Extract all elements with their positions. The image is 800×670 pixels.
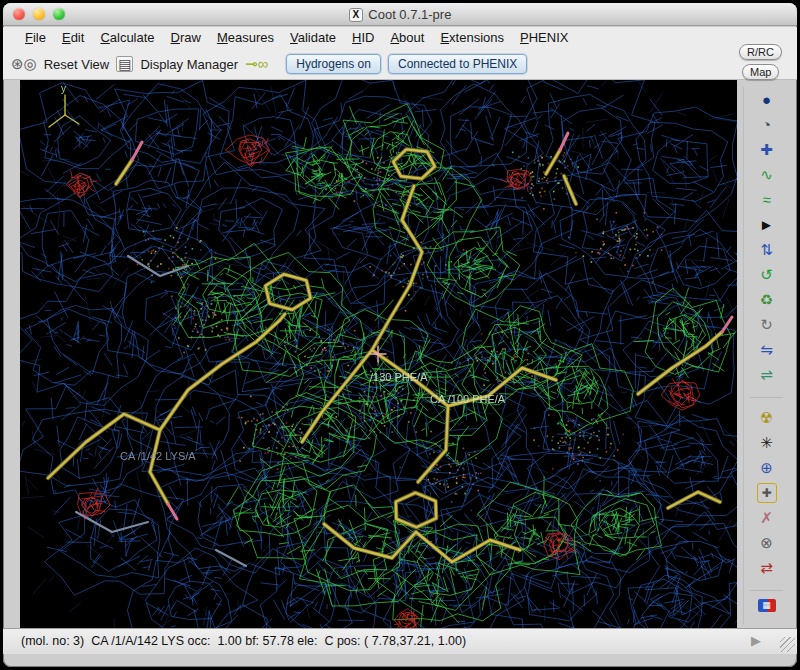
edit-chi-angles-icon[interactable]: ↻ — [755, 313, 779, 337]
menu-extensions[interactable]: Extensions — [432, 27, 512, 45]
clear-atom-icon[interactable]: ✗ — [755, 506, 779, 530]
add-alt-conf-icon[interactable]: ⊕ — [755, 456, 779, 480]
flip-peptide-icon[interactable]: ⇅ — [755, 238, 779, 262]
place-atom-icon[interactable]: ✚ — [757, 483, 777, 503]
display-settings-icon[interactable]: ▦ — [758, 599, 776, 612]
menubar: FileEditCalculateDrawMeasuresValidateHID… — [3, 27, 797, 49]
menu-about[interactable]: About — [382, 27, 432, 45]
menu-phenix[interactable]: PHENIX — [512, 27, 576, 45]
density-label: /130 PHE/A — [370, 371, 427, 383]
phenix-connection-button[interactable]: Connected to PHENIX — [388, 54, 527, 74]
jed-flip-icon[interactable]: ⇌ — [755, 363, 779, 387]
navigation-sphere-icon[interactable]: ● — [755, 88, 779, 112]
toolbar-mol-icons: ⊸∞ — [245, 55, 268, 73]
mutate-residue-icon[interactable]: ☢ — [755, 406, 779, 430]
pointer-icon[interactable]: ► — [755, 213, 779, 237]
delete-item-icon[interactable]: ⊗ — [755, 531, 779, 555]
display-manager-button[interactable]: Display Manager — [140, 57, 238, 72]
menu-validate[interactable]: Validate — [282, 27, 344, 45]
resize-grip[interactable] — [780, 637, 795, 652]
density-label: CA /100 PHE/A — [430, 393, 505, 405]
title-area: XCoot 0.7.1-pre — [3, 7, 797, 22]
status-play-icon[interactable]: ▶ — [751, 633, 761, 648]
window-chrome: XCoot 0.7.1-pre FileEditCalculateDrawMea… — [3, 3, 797, 667]
gl-viewport: CA /1/42 LYS/A/130 PHE/ACA /100 PHE/A — [20, 80, 737, 628]
menu-edit[interactable]: Edit — [54, 27, 92, 45]
toolbar: ⊛◎ Reset View ▤ Display Manager ⊸∞ Hydro… — [3, 49, 797, 80]
side-toolbar: ●◔✚∿≈►⇅↺♻↻⇋⇌☢✳⊕✚✗⊗⇄▦ — [743, 87, 789, 625]
hydrogens-toggle-button[interactable]: Hydrogens on — [286, 54, 381, 74]
density-label: CA /1/42 LYS/A — [120, 450, 196, 462]
titlebar[interactable]: XCoot 0.7.1-pre — [3, 3, 797, 26]
menu-measures[interactable]: Measures — [209, 27, 282, 45]
hydrogen-toggle-icon[interactable]: ⊸ — [245, 55, 258, 72]
toolbar-left-icons: ⊛◎ — [11, 55, 37, 73]
x11-icon: X — [349, 8, 364, 22]
regularize-zone-icon[interactable]: ≈ — [755, 188, 779, 212]
rotamers-icon[interactable]: ♻ — [755, 288, 779, 312]
menu-draw[interactable]: Draw — [163, 27, 209, 45]
auto-fit-rotamer-icon[interactable]: ↺ — [755, 263, 779, 287]
undo-redo-icon[interactable]: ⇄ — [755, 556, 779, 580]
display-manager-icon[interactable]: ▤ — [116, 56, 133, 72]
window-title: Coot 0.7.1-pre — [368, 7, 451, 22]
snapshot-icon[interactable]: ⊛ — [11, 55, 24, 72]
status-text: (mol. no: 3) CA /1/A/142 LYS occ: 1.00 b… — [21, 634, 466, 648]
menu-file[interactable]: File — [17, 27, 54, 45]
recentre-view-icon[interactable]: ◔ — [755, 113, 779, 137]
sidechain-flip-icon[interactable]: ⇋ — [755, 338, 779, 362]
menu-hid[interactable]: HID — [344, 27, 382, 45]
translate-zone-icon[interactable]: ✚ — [755, 138, 779, 162]
menu-calculate[interactable]: Calculate — [92, 27, 162, 45]
bond-atoms-icon[interactable]: ∞ — [258, 55, 269, 72]
coot-window: XCoot 0.7.1-pre FileEditCalculateDrawMea… — [0, 0, 800, 670]
statusbar: (mol. no: 3) CA /1/A/142 LYS occ: 1.00 b… — [3, 628, 797, 654]
map-button[interactable]: Map — [742, 64, 779, 80]
reset-view-button[interactable]: Reset View — [44, 57, 110, 72]
rrc-button[interactable]: R/RC — [739, 44, 782, 60]
density-canvas[interactable] — [20, 80, 737, 628]
target-icon[interactable]: ◎ — [24, 55, 37, 72]
real-space-refine-icon[interactable]: ∿ — [755, 163, 779, 187]
add-terminal-residue-icon[interactable]: ✳ — [755, 431, 779, 455]
